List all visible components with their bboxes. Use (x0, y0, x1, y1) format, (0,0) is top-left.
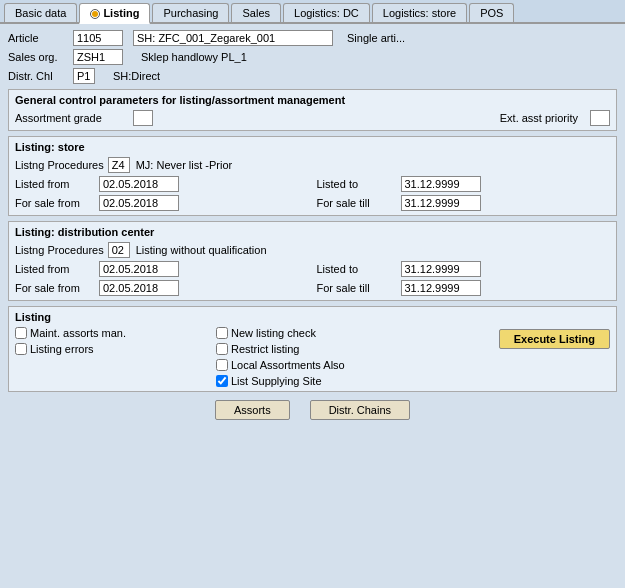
store-listed-to-row: Listed to 31.12.9999 (317, 176, 611, 192)
assorts-button[interactable]: Assorts (215, 400, 290, 420)
dc-for-sale-from-value[interactable]: 02.05.2018 (99, 280, 179, 296)
dc-for-sale-till-value[interactable]: 31.12.9999 (401, 280, 481, 296)
store-listed-from-label: Listed from (15, 178, 95, 190)
ext-asst-priority-label: Ext. asst priority (500, 112, 578, 124)
listing-errors-checkbox[interactable] (15, 343, 27, 355)
main-content: Article 1105 SH: ZFC_001_Zegarek_001 Sin… (0, 24, 625, 432)
list-supplying-label: List Supplying Site (231, 375, 322, 387)
dc-listed-from-label: Listed from (15, 263, 95, 275)
general-section: General control parameters for listing/a… (8, 89, 617, 131)
store-for-sale-till-row: For sale till 31.12.9999 (317, 195, 611, 211)
sales-org-label: Sales org. (8, 51, 63, 63)
maint-assorts-checkbox[interactable] (15, 327, 27, 339)
store-procedure-value[interactable]: Z4 (108, 157, 130, 173)
dc-listed-from-value[interactable]: 02.05.2018 (99, 261, 179, 277)
distr-chl-row: Distr. Chl P1 SH:Direct (8, 68, 617, 84)
tab-pos[interactable]: POS (469, 3, 514, 22)
dc-listed-to-value[interactable]: 31.12.9999 (401, 261, 481, 277)
restrict-listing-label: Restrict listing (231, 343, 299, 355)
restrict-listing-item: Restrict listing (216, 343, 409, 355)
tab-logistics-dc[interactable]: Logistics: DC (283, 3, 370, 22)
listing-store-section: Listing: store Listng Procedures Z4 MJ: … (8, 136, 617, 216)
purchasing-label: Purchasing (163, 7, 218, 19)
dc-for-sale-till-row: For sale till 31.12.9999 (317, 280, 611, 296)
dc-listed-from-row: Listed from 02.05.2018 (15, 261, 309, 277)
distr-chl-static: SH:Direct (113, 70, 160, 82)
single-article-label: Single arti... (347, 32, 405, 44)
dc-for-sale-from-row: For sale from 02.05.2018 (15, 280, 309, 296)
store-procedure-row: Listng Procedures Z4 MJ: Never list -Pri… (15, 157, 610, 173)
tab-bar: Basic data Listing Purchasing Sales Logi… (0, 0, 625, 24)
assortment-grade-label: Assortment grade (15, 112, 125, 124)
store-for-sale-from-label: For sale from (15, 197, 95, 209)
sales-org-row: Sales org. ZSH1 Sklep handlowy PL_1 (8, 49, 617, 65)
listing-errors-label: Listing errors (30, 343, 94, 355)
store-listed-to-label: Listed to (317, 178, 397, 190)
store-listed-from-row: Listed from 02.05.2018 (15, 176, 309, 192)
execute-listing-button[interactable]: Execute Listing (499, 329, 610, 349)
local-assortments-label: Local Assortments Also (231, 359, 345, 371)
tab-listing[interactable]: Listing (79, 3, 150, 24)
article-row: Article 1105 SH: ZFC_001_Zegarek_001 Sin… (8, 30, 617, 46)
tab-sales[interactable]: Sales (231, 3, 281, 22)
listing-label: Listing (103, 7, 139, 19)
distr-chains-button[interactable]: Distr. Chains (310, 400, 410, 420)
dc-dates-grid: Listed from 02.05.2018 Listed to 31.12.9… (15, 261, 610, 296)
restrict-listing-checkbox[interactable] (216, 343, 228, 355)
tab-basic-data[interactable]: Basic data (4, 3, 77, 22)
store-for-sale-from-value[interactable]: 02.05.2018 (99, 195, 179, 211)
listing-dc-section: Listing: distribution center Listng Proc… (8, 221, 617, 301)
tab-purchasing[interactable]: Purchasing (152, 3, 229, 22)
store-for-sale-till-label: For sale till (317, 197, 397, 209)
store-for-sale-from-row: For sale from 02.05.2018 (15, 195, 309, 211)
top-fields: Article 1105 SH: ZFC_001_Zegarek_001 Sin… (8, 30, 617, 84)
dc-procedure-value[interactable]: 02 (108, 242, 130, 258)
local-assortments-item: Local Assortments Also (216, 359, 409, 371)
store-dates-grid: Listed from 02.05.2018 Listed to 31.12.9… (15, 176, 610, 211)
listing-errors-item: Listing errors (15, 343, 208, 355)
list-supplying-checkbox[interactable] (216, 375, 228, 387)
dc-listed-to-row: Listed to 31.12.9999 (317, 261, 611, 277)
general-section-title: General control parameters for listing/a… (15, 94, 610, 106)
listing-bottom-section: Listing Maint. assorts man. Listing erro… (8, 306, 617, 392)
ext-asst-priority-value[interactable] (590, 110, 610, 126)
distr-chl-label: Distr. Chl (8, 70, 63, 82)
pos-label: POS (480, 7, 503, 19)
tab-logistics-store[interactable]: Logistics: store (372, 3, 467, 22)
store-procedure-desc: MJ: Never list -Prior (136, 159, 233, 171)
article-value[interactable]: 1105 (73, 30, 123, 46)
list-supplying-item: List Supplying Site (216, 375, 409, 387)
article-label: Article (8, 32, 63, 44)
sales-label: Sales (242, 7, 270, 19)
dc-for-sale-till-label: For sale till (317, 282, 397, 294)
assortment-grade-value[interactable] (133, 110, 153, 126)
dc-for-sale-from-label: For sale from (15, 282, 95, 294)
new-listing-check-label: New listing check (231, 327, 316, 339)
maint-assorts-label: Maint. assorts man. (30, 327, 126, 339)
store-listed-from-value[interactable]: 02.05.2018 (99, 176, 179, 192)
listing-dc-title: Listing: distribution center (15, 226, 610, 238)
listing-radio-icon (90, 9, 100, 19)
dc-procedure-row: Listng Procedures 02 Listing without qua… (15, 242, 610, 258)
dc-listed-to-label: Listed to (317, 263, 397, 275)
dc-procedure-label: Listng Procedures (15, 244, 104, 256)
logistics-dc-label: Logistics: DC (294, 7, 359, 19)
store-for-sale-till-value[interactable]: 31.12.9999 (401, 195, 481, 211)
dc-procedure-desc: Listing without qualification (136, 244, 267, 256)
local-assortments-checkbox[interactable] (216, 359, 228, 371)
bottom-bar: Assorts Distr. Chains (8, 400, 617, 426)
new-listing-check-checkbox[interactable] (216, 327, 228, 339)
basic-data-label: Basic data (15, 7, 66, 19)
sh-field-value[interactable]: SH: ZFC_001_Zegarek_001 (133, 30, 333, 46)
store-listed-to-value[interactable]: 31.12.9999 (401, 176, 481, 192)
maint-assorts-item: Maint. assorts man. (15, 327, 208, 339)
listing-bottom-title: Listing (15, 311, 610, 323)
logistics-store-label: Logistics: store (383, 7, 456, 19)
distr-chl-value[interactable]: P1 (73, 68, 95, 84)
assortment-row: Assortment grade Ext. asst priority (15, 110, 610, 126)
store-procedure-label: Listng Procedures (15, 159, 104, 171)
new-listing-check-item: New listing check (216, 327, 409, 339)
listing-store-title: Listing: store (15, 141, 610, 153)
sales-org-value[interactable]: ZSH1 (73, 49, 123, 65)
sales-org-static: Sklep handlowy PL_1 (141, 51, 247, 63)
